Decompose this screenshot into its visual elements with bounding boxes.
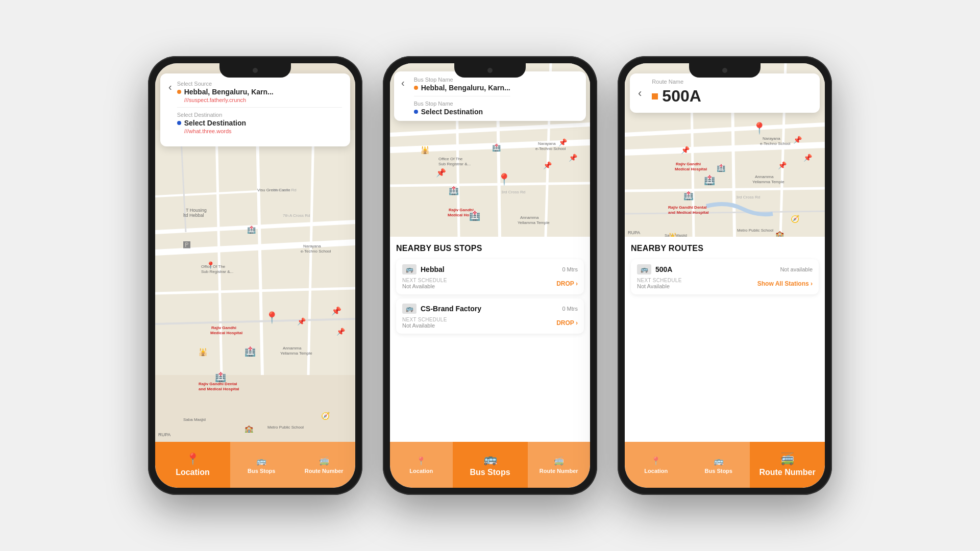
svg-text:📌: 📌 — [543, 161, 552, 170]
svg-text:Medical Hospital: Medical Hospital — [210, 331, 242, 335]
stop-dist-2: 0 Mtrs — [562, 306, 578, 312]
back-button-1[interactable]: ‹ — [168, 82, 172, 92]
svg-text:📌: 📌 — [778, 161, 787, 170]
tab-busstops-label-1: Bus Stops — [248, 468, 275, 474]
svg-text:📍: 📍 — [265, 311, 279, 324]
map-area-busstops: Office Of The Sub Registrar &... Narayan… — [390, 63, 590, 237]
bus-icon-1: 🚌 — [402, 264, 416, 274]
svg-text:Yellamma Temple: Yellamma Temple — [518, 220, 550, 225]
tab-busstops-2[interactable]: 🚌 Bus Stops — [453, 442, 528, 488]
svg-text:📌: 📌 — [803, 154, 813, 162]
bs-divider — [414, 96, 510, 96]
phone-busstops: Office Of The Sub Registrar &... Narayan… — [383, 56, 597, 495]
busstop-card-inner: ‹ Bus Stop Name Hebbal, Bengaluru, Karn.… — [401, 77, 579, 116]
svg-text:7th A Cross Rd: 7th A Cross Rd — [283, 213, 310, 218]
phone-screen-busstops: Office Of The Sub Registrar &... Narayan… — [390, 63, 590, 488]
schedule-info-2: NEXT SCHEDULE Not Available — [402, 317, 447, 329]
stop-name-1: Hebbal — [421, 265, 445, 273]
stop-card-csbrand[interactable]: 🚌 CS-Brand Factory 0 Mtrs NEXT SCHEDULE … — [396, 298, 584, 334]
route-stop-header: 🚌 500A Not available — [637, 264, 813, 274]
route-schedule-label: NEXT SCHEDULE — [637, 278, 682, 283]
svg-text:🧭: 🧭 — [321, 412, 330, 420]
back-button-3[interactable]: ‹ — [638, 88, 642, 99]
tab-location-label-3: Location — [644, 468, 668, 474]
schedule-row-1: NEXT SCHEDULE Not Available DROP › — [402, 278, 578, 289]
svg-text:🏥: 🏥 — [717, 164, 726, 172]
route-name-text: 500A — [662, 87, 701, 106]
svg-text:🏥: 🏥 — [215, 371, 227, 383]
stop-name-row-1: 🚌 Hebbal — [402, 264, 445, 274]
bs-dest-value: Select Destination — [414, 108, 510, 116]
svg-text:Yellamma Temple: Yellamma Temple — [752, 180, 785, 184]
tab-routenum-3[interactable]: 🚎 Route Number — [750, 442, 825, 488]
stop-header-1: 🚌 Hebbal 0 Mtrs — [402, 264, 578, 274]
route-stop-name-row: 🚌 500A — [637, 264, 672, 274]
location-info-card: ‹ Select Source Hebbal, Bengaluru, Karn.… — [160, 73, 350, 146]
bs-dest-label: Bus Stop Name — [414, 101, 510, 107]
svg-text:T Housing: T Housing — [186, 208, 207, 213]
svg-text:🕌: 🕌 — [421, 146, 430, 155]
notch-dot-1 — [253, 68, 258, 73]
drop-btn-2[interactable]: DROP › — [556, 319, 578, 327]
dest-dot — [177, 121, 181, 125]
svg-text:🕌: 🕌 — [199, 348, 208, 357]
stop-header-2: 🚌 CS-Brand Factory 0 Mtrs — [402, 304, 578, 314]
svg-text:6th Cross Rd: 6th Cross Rd — [273, 188, 297, 192]
route-schedule-value: Not Available — [637, 283, 682, 289]
dest-value: Select Destination — [177, 119, 342, 127]
schedule-value-2: Not Available — [402, 322, 447, 329]
notch-dot-2 — [487, 68, 493, 73]
tab-busstops-1[interactable]: 🚌 Bus Stops — [230, 442, 293, 488]
show-all-btn[interactable]: Show All Stations › — [757, 280, 813, 287]
schedule-row-2: NEXT SCHEDULE Not Available DROP › — [402, 317, 578, 329]
stop-card-hebbal[interactable]: 🚌 Hebbal 0 Mtrs NEXT SCHEDULE Not Availa… — [396, 259, 584, 294]
svg-text:Yellamma Temple: Yellamma Temple — [280, 351, 312, 356]
svg-text:📌: 📌 — [297, 317, 306, 326]
tab-location-3[interactable]: 📍 Location — [625, 442, 688, 488]
tab-busstops-label-2: Bus Stops — [470, 468, 510, 477]
svg-text:Annamma: Annamma — [520, 215, 539, 220]
svg-text:🅿: 🅿 — [183, 241, 190, 249]
bs-source-text: Hebbal, Bengaluru, Karn... — [421, 84, 510, 92]
svg-text:Metro Public School: Metro Public School — [737, 228, 773, 233]
back-button-2[interactable]: ‹ — [401, 78, 405, 88]
route-stop-name: 500A — [655, 265, 672, 273]
tab-routenum-1[interactable]: 🚎 Route Number — [293, 442, 356, 488]
svg-text:Rajiv Gandhi: Rajiv Gandhi — [211, 325, 236, 330]
busstops-icon-2: 🚌 — [483, 453, 497, 466]
svg-text:Narayana: Narayana — [538, 141, 556, 146]
bs-dest-text: Select Destination — [421, 108, 483, 116]
svg-text:Metro Public School: Metro Public School — [267, 425, 304, 430]
drop-btn-1[interactable]: DROP › — [556, 280, 578, 287]
route-name-row: ‹ Route Name 500A — [638, 79, 812, 106]
svg-text:Sub Registrar &...: Sub Registrar &... — [438, 162, 471, 166]
svg-text:ltd Hebbal: ltd Hebbal — [183, 213, 204, 218]
svg-text:🏥: 🏥 — [247, 226, 256, 234]
tab-busstops-3[interactable]: 🚌 Bus Stops — [688, 442, 750, 488]
tab-location-1[interactable]: 📍 Location — [155, 442, 230, 488]
busstops-icon-1: 🚌 — [256, 456, 266, 466]
source-dot — [177, 90, 181, 94]
svg-text:and Medical Hospital: and Medical Hospital — [199, 387, 239, 391]
notch-dot-3 — [722, 68, 727, 73]
svg-text:🕌: 🕌 — [668, 233, 677, 237]
location-icon-1: 📍 — [186, 453, 200, 466]
route-card-500a[interactable]: 🚌 500A Not available NEXT SCHEDULE Not A… — [631, 259, 819, 294]
svg-text:e-Techno School: e-Techno School — [535, 146, 566, 151]
bus-icon-2: 🚌 — [402, 304, 416, 314]
tab-bar-routenumber: 📍 Location 🚌 Bus Stops 🚎 Route Number — [625, 442, 825, 488]
field-divider-1 — [177, 107, 342, 108]
svg-text:3rd Cross Rd: 3rd Cross Rd — [736, 195, 760, 199]
map-area-routenumber: Rajiv Gandhi Medical Hospital Narayana e… — [625, 63, 825, 237]
svg-text:📍: 📍 — [497, 172, 511, 186]
phone-screen-routenumber: Rajiv Gandhi Medical Hospital Narayana e… — [625, 63, 825, 488]
tab-location-label-2: Location — [409, 468, 433, 474]
svg-text:Annamma: Annamma — [755, 174, 774, 179]
tab-routenum-2[interactable]: 🚎 Route Number — [528, 442, 591, 488]
tab-bar-busstops: 📍 Location 🚌 Bus Stops 🚎 Route Number — [390, 442, 590, 488]
tab-location-2[interactable]: 📍 Location — [390, 442, 453, 488]
svg-text:📌: 📌 — [336, 328, 346, 336]
bs-source-value: Hebbal, Bengaluru, Karn... — [414, 84, 510, 92]
route-label: Route Name — [652, 79, 701, 85]
svg-text:🏥: 🏥 — [469, 210, 481, 221]
